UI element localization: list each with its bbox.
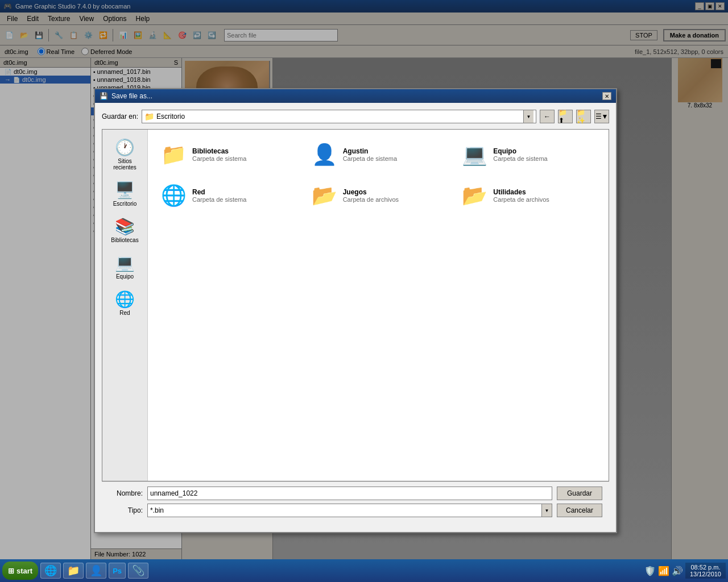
filetype-label: Tipo:: [109, 506, 143, 514]
nav-desktop-label: Escritorio: [113, 201, 137, 207]
nav-network-label: Red: [119, 310, 130, 316]
equipo-icon: 💻: [462, 143, 487, 167]
juegos-type: Carpeta de archivos: [343, 196, 399, 203]
nav-computer-label: Equipo: [116, 273, 134, 280]
agustin-icon: 👤: [312, 143, 337, 167]
desktop-icon: 🖥️: [115, 181, 135, 199]
speaker-icon: 🔊: [672, 566, 683, 576]
location-label: Guardar en:: [102, 113, 138, 120]
dialog-icon: 💾: [100, 92, 108, 100]
start-label: start: [16, 567, 32, 575]
nav-libraries-label: Bibliotecas: [111, 237, 138, 243]
nav-back-button[interactable]: ←: [540, 110, 555, 123]
dialog-close-button[interactable]: ✕: [602, 92, 611, 100]
red-name: Red: [192, 188, 246, 196]
start-button[interactable]: ⊞ start: [2, 562, 38, 580]
filetype-dropdown-button[interactable]: ▼: [541, 504, 552, 517]
filename-label: Nombre:: [109, 489, 143, 497]
network-icon: 🌐: [115, 290, 135, 309]
bibliotecas-icon: 📁: [161, 143, 187, 167]
dialog-title: Save file as...: [111, 92, 602, 100]
dialog-body: Guardar en: 📁 Escritorio ▼ ← 📁⬆ 📁✨ ☰▼: [95, 103, 616, 532]
filetype-select[interactable]: *.bin ▼: [147, 504, 552, 517]
filetype-value: *.bin: [148, 504, 541, 517]
taskbar-right: 🛡️ 📶 🔊 08:52 p.m.13/12/2010: [644, 563, 726, 579]
utilidades-type: Carpeta de archivos: [493, 196, 549, 203]
taskbar-explorer[interactable]: 📁: [63, 563, 84, 579]
nav-recent-label: Sitios recientes: [107, 158, 143, 171]
computer-icon: 💻: [115, 253, 135, 272]
agustin-type: Carpeta de sistema: [343, 155, 397, 162]
antivirus-icon: 🛡️: [644, 566, 656, 576]
equipo-name: Equipo: [493, 147, 547, 155]
taskbar: ⊞ start 🌐 📁 👤 Ps 📎 🛡️ 📶 🔊 08:52 p.m.13/1…: [0, 559, 728, 582]
cancel-button[interactable]: Cancelar: [557, 504, 602, 517]
location-value: Escritorio: [156, 113, 185, 120]
network-tray-icon: 📶: [658, 566, 669, 576]
file-browser: 📁 Bibliotecas Carpeta de sistema 👤 Agust…: [148, 130, 609, 481]
filetype-row: Tipo: *.bin ▼ Cancelar: [109, 504, 602, 517]
browser-item-juegos[interactable]: 📂 Juegos Carpeta de archivos: [308, 180, 449, 211]
equipo-type: Carpeta de sistema: [493, 155, 547, 162]
nav-new-folder-button[interactable]: 📁✨: [576, 110, 591, 123]
dialog-overlay: 💾 Save file as... ✕ Guardar en: 📁 Escrit…: [0, 0, 728, 582]
dialog-title-bar: 💾 Save file as... ✕: [95, 89, 616, 103]
juegos-name: Juegos: [343, 188, 399, 196]
dialog-content: 🕐 Sitios recientes 🖥️ Escritorio 📚 Bibli…: [102, 129, 609, 481]
start-icon: ⊞: [8, 567, 14, 575]
recent-icon: 🕐: [115, 138, 135, 157]
dialog-bottom: Nombre: Guardar Tipo: *.bin ▼ Cancelar: [102, 481, 609, 525]
nav-desktop[interactable]: 🖥️ Escritorio: [105, 177, 146, 211]
browser-item-red[interactable]: 🌐 Red Carpeta de sistema: [157, 180, 299, 211]
taskbar-browser[interactable]: 🌐: [40, 563, 61, 579]
folder-icon: 📁: [144, 112, 154, 121]
bibliotecas-type: Carpeta de sistema: [192, 155, 246, 162]
juegos-icon: 📂: [312, 184, 337, 207]
utilidades-name: Utilidades: [493, 188, 549, 196]
taskbar-clip[interactable]: 📎: [128, 563, 148, 579]
nav-libraries[interactable]: 📚 Bibliotecas: [105, 213, 146, 247]
red-type: Carpeta de sistema: [192, 196, 246, 203]
filename-input[interactable]: [147, 487, 552, 500]
agustin-name: Agustin: [343, 147, 397, 155]
clock[interactable]: 08:52 p.m.13/12/2010: [685, 563, 726, 579]
browser-item-agustin[interactable]: 👤 Agustin Carpeta de sistema: [308, 139, 449, 171]
libraries-icon: 📚: [115, 217, 135, 236]
browser-item-bibliotecas[interactable]: 📁 Bibliotecas Carpeta de sistema: [157, 139, 299, 171]
browser-item-equipo[interactable]: 💻 Equipo Carpeta de sistema: [458, 139, 599, 171]
red-icon: 🌐: [161, 184, 187, 207]
nav-computer[interactable]: 💻 Equipo: [105, 250, 146, 284]
location-select[interactable]: 📁 Escritorio ▼: [142, 110, 536, 123]
utilidades-icon: 📂: [462, 184, 487, 207]
nav-up-button[interactable]: 📁⬆: [558, 110, 573, 123]
taskbar-user[interactable]: 👤: [86, 563, 106, 579]
save-dialog: 💾 Save file as... ✕ Guardar en: 📁 Escrit…: [94, 88, 617, 533]
nav-view-button[interactable]: ☰▼: [594, 110, 609, 123]
dialog-nav: 🕐 Sitios recientes 🖥️ Escritorio 📚 Bibli…: [102, 130, 148, 481]
filename-row: Nombre: Guardar: [109, 487, 602, 500]
location-bar: Guardar en: 📁 Escritorio ▼ ← 📁⬆ 📁✨ ☰▼: [102, 110, 609, 123]
browser-item-utilidades[interactable]: 📂 Utilidades Carpeta de archivos: [458, 180, 599, 211]
taskbar-photoshop[interactable]: Ps: [109, 563, 126, 579]
nav-recent[interactable]: 🕐 Sitios recientes: [105, 134, 146, 174]
bibliotecas-name: Bibliotecas: [192, 147, 246, 155]
location-dropdown-button[interactable]: ▼: [523, 110, 533, 123]
nav-network[interactable]: 🌐 Red: [105, 286, 146, 320]
save-button[interactable]: Guardar: [557, 487, 602, 500]
